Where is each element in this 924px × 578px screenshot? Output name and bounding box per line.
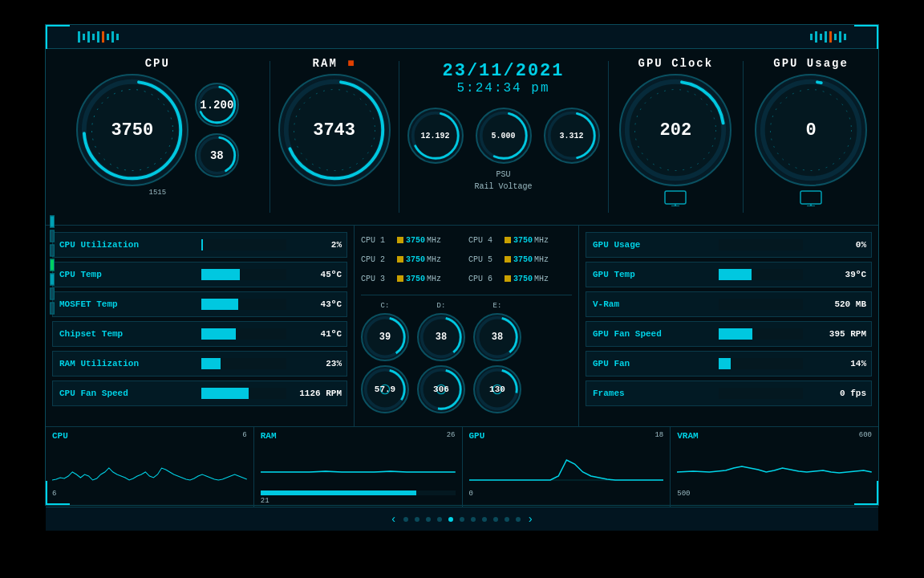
stat-cpu-util-bar-container [201,239,286,250]
gpu-clock-gauge: 202 [619,74,732,186]
core5-value: 3750 [513,255,533,264]
core2-unit: MHz [427,255,441,264]
cpu-core-row-5: CPU 5 3750 MHz [468,251,572,267]
drive-d-gauge-top: 38 [417,313,465,361]
gpu-stat-frames-label: Frames [586,389,715,398]
tick-orange [829,31,832,43]
ram-main-gauge: 3743 [278,74,391,186]
cpu-core-1: CPU 1 3750 MHz [361,232,464,248]
ram-title: RAM ■ [313,57,356,70]
cpu-freq2-gauge: 38 [195,133,239,177]
stat-cpu-util: CPU Utilization 2% [52,232,347,258]
psu-gauge-2: 5.000 [476,108,532,164]
svg-rect-19 [665,191,686,204]
cpu-graph-max: 6 [242,431,246,441]
bottom-navigation: ‹ › [46,507,878,531]
core1-unit: MHz [427,236,441,245]
ram-section: RAM ■ 3743 [278,57,391,217]
core3-value: 3750 [406,275,425,283]
cpu-core-row-4: CPU 4 3750 MHz [468,232,572,248]
nav-dot-1[interactable] [403,517,408,522]
tick [78,31,80,43]
nav-dot-11[interactable] [516,517,521,522]
stat-mosfet-value: 43ºC [290,299,346,309]
gpu-stat-vram-value: 520 MB [807,299,871,309]
drive-d-value: 38 [436,332,447,343]
gpu-stat-fan-speed-bar-cont [719,328,803,340]
top-bar-ticks-left [78,31,119,43]
gpu-stat-usage: GPU Usage 0% [586,232,872,258]
vram-graph-max: 600 [859,431,872,441]
nav-dot-3[interactable] [426,517,431,522]
drive-d-value2: 306 [433,385,449,394]
cpu-main-value: 3750 [111,120,153,140]
core5-label: CPU 5 [468,255,505,264]
tick [97,31,99,43]
nav-dot-9[interactable] [493,517,498,522]
corner-decoration-tr [854,25,878,49]
nav-dot-5-active[interactable] [448,517,453,522]
gpu-stat-fan: GPU Fan 14% [586,351,872,377]
stat-cpu-temp-label: CPU Temp [53,270,197,279]
tick [810,34,813,40]
divider-1 [270,61,270,213]
side-bar-2 [50,230,55,242]
gpu-stat-fan-bar [719,358,731,369]
stat-cpu-fan-value: 1126 RPM [290,389,346,398]
psu-gauge-1: 12.192 [407,108,464,164]
divider-2 [399,61,399,213]
vram-graph-header: VRAM 600 [677,431,872,441]
center-section: 23/11/2021 5:24:34 pm 12.192 [407,57,600,217]
stat-cpu-util-bar [201,239,203,250]
psu-voltage3-gauge: 3.312 [544,108,600,164]
stat-cpu-util-label: CPU Utilization [53,240,197,250]
vram-graph-min: 500 [677,490,690,498]
cpu-freq-gauge: 1.200 [195,83,239,127]
side-bar-6 [50,288,55,300]
nav-dot-7[interactable] [471,517,476,522]
cpu-core-row-6: CPU 6 3750 MHz [468,271,572,287]
cpu-title: CPU [145,57,170,70]
vram-graph-title: VRAM [677,431,698,441]
cpu-small-gauges: 1.200 38 [195,83,239,177]
header-section: CPU 3750 [46,49,878,226]
gpu-graph-bottom: 0 [469,490,664,498]
nav-dot-10[interactable] [505,517,509,522]
gpu-stat-vram-bar-cont [719,299,803,310]
gpu-stat-usage-label: GPU Usage [586,240,715,250]
gpu-usage-icon [799,190,823,210]
psu-voltage1-gauge: 12.192 [407,108,464,164]
drive-gauges-section: C: 39 [361,295,572,413]
ram-label: RAM [313,57,338,70]
vram-graph-svg [677,444,872,484]
cpu-core-3: CPU 3 3750 MHz [361,271,464,287]
nav-prev-button[interactable]: ‹ [391,513,397,526]
ram-graph-svg [261,444,456,484]
gpu-stat-fan-speed-bar [719,328,752,340]
psu-label: PSU [475,170,533,179]
gpu-stat-frames: Frames 0 fps [586,381,872,406]
nav-dot-8[interactable] [482,517,487,522]
nav-dot-6[interactable] [460,517,464,522]
nav-dot-4[interactable] [437,517,442,522]
side-bar-7 [50,303,55,315]
cpu-small-gauge-1: 1.200 [195,83,239,127]
core5-bar [505,256,511,263]
gpu-stat-fan-value: 14% [807,359,871,368]
time-display: 5:24:34 pm [443,81,565,96]
tick-orange [102,31,104,43]
nav-dot-2[interactable] [415,517,419,522]
cpu-small-value1: 1.200 [200,99,233,112]
tick [834,34,837,40]
gpu-stat-usage-value: 0% [807,240,871,250]
nav-next-button[interactable]: › [527,513,533,526]
psu-voltage3-value: 3.312 [560,132,584,140]
left-side-decorations [50,216,55,315]
gpu-stats-panel: GPU Usage 0% GPU Temp 39ºC V-Ram 520 MB [579,226,878,426]
cpu-core-6: CPU 6 3750 MHz [468,271,572,287]
stat-cpu-temp: CPU Temp 45ºC [52,262,347,287]
stat-cpu-fan-bar [201,388,249,399]
tick [87,31,90,43]
stat-cpu-temp-bar [201,269,240,280]
gpu-stat-fan-bar-cont [719,358,803,369]
